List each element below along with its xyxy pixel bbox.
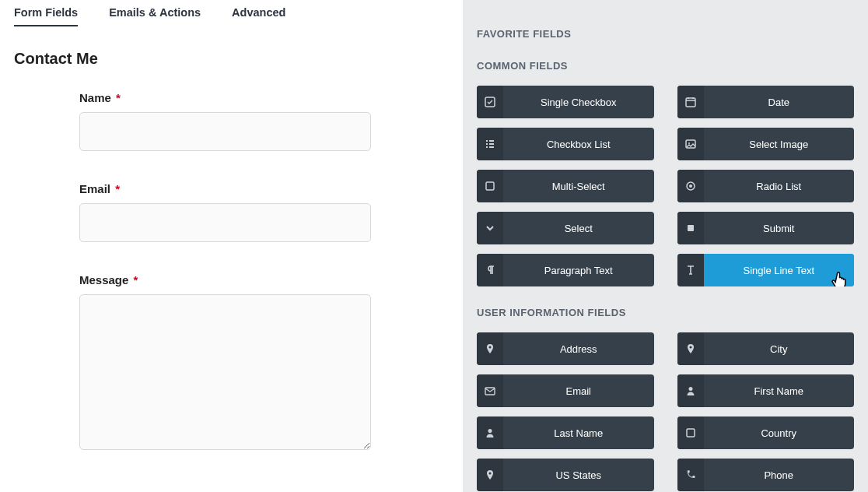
field-label-message: Message * [79, 273, 371, 286]
field-button-address[interactable]: Address [477, 332, 654, 365]
field-button-first-name[interactable]: First Name [677, 374, 855, 407]
field-button-label: Country [704, 416, 855, 449]
checkbox-checked-icon [477, 86, 503, 118]
square-icon [477, 170, 503, 202]
list-icon [477, 128, 503, 160]
field-button-submit[interactable]: Submit [677, 212, 855, 244]
field-row-name[interactable]: Name * [79, 91, 371, 151]
field-button-us-states[interactable]: US States [477, 459, 654, 491]
field-button-single-line-text[interactable]: Single Line Text [677, 254, 855, 286]
field-button-label: Email [503, 374, 654, 407]
field-button-label: US States [503, 459, 654, 491]
envelope-icon [477, 374, 503, 407]
field-button-label: Paragraph Text [503, 254, 654, 286]
form-title[interactable]: Contact Me [14, 50, 449, 68]
common-fields-grid: Single CheckboxDateCheckbox ListSelect I… [477, 86, 854, 286]
message-textarea[interactable] [79, 294, 371, 450]
field-button-date[interactable]: Date [677, 86, 855, 118]
form-editor-pane: Form Fields Emails & Actions Advanced Co… [0, 0, 463, 492]
user-icon [477, 416, 503, 449]
field-button-select[interactable]: Select [477, 212, 654, 244]
field-row-message[interactable]: Message * [79, 273, 371, 452]
user-icon [677, 374, 704, 407]
field-button-select-image[interactable]: Select Image [677, 128, 855, 160]
field-button-label: Address [503, 332, 654, 365]
field-button-radio-list[interactable]: Radio List [677, 170, 855, 202]
field-button-paragraph-text[interactable]: Paragraph Text [477, 254, 654, 286]
label-text: Name [79, 91, 111, 104]
field-button-label: Select Image [704, 128, 855, 160]
field-button-checkbox-list[interactable]: Checkbox List [477, 128, 654, 160]
square-icon [677, 416, 704, 449]
field-button-label: Date [704, 86, 855, 118]
label-text: Message [79, 273, 128, 286]
label-text: Email [79, 182, 110, 195]
field-row-email[interactable]: Email * [79, 182, 371, 242]
text-cursor-icon [677, 254, 704, 286]
form-body: Name * Email * Message * [14, 91, 449, 452]
fields-palette-pane: FAVORITE FIELDS COMMON FIELDS Single Che… [463, 0, 868, 492]
field-button-label: City [704, 332, 855, 365]
tab-emails-actions[interactable]: Emails & Actions [109, 3, 201, 26]
section-common-fields: COMMON FIELDS [477, 60, 854, 72]
field-button-phone[interactable]: Phone [677, 459, 855, 491]
field-button-label: Single Line Text [704, 254, 855, 286]
app-root: Form Fields Emails & Actions Advanced Co… [0, 0, 868, 492]
field-button-country[interactable]: Country [677, 416, 855, 449]
pin-icon [477, 332, 503, 365]
field-button-label: Phone [704, 459, 855, 491]
phone-icon [677, 459, 704, 491]
tab-advanced[interactable]: Advanced [232, 3, 285, 26]
pin-icon [477, 459, 503, 491]
pin-icon [677, 332, 704, 365]
square-filled-icon [677, 212, 704, 244]
image-icon [677, 128, 704, 160]
required-mark: * [116, 91, 121, 104]
field-button-multi-select[interactable]: Multi-Select [477, 170, 654, 202]
field-button-label: Submit [704, 212, 855, 244]
field-button-label: Radio List [704, 170, 855, 202]
field-button-last-name[interactable]: Last Name [477, 416, 654, 449]
field-button-label: Select [503, 212, 654, 244]
field-label-name: Name * [79, 91, 371, 104]
tab-form-fields[interactable]: Form Fields [14, 3, 78, 26]
field-label-email: Email * [79, 182, 371, 195]
field-button-label: Single Checkbox [503, 86, 654, 118]
field-button-label: Checkbox List [503, 128, 654, 160]
email-input[interactable] [79, 203, 371, 242]
field-button-single-checkbox[interactable]: Single Checkbox [477, 86, 654, 118]
paragraph-icon [477, 254, 503, 286]
section-user-info-fields: USER INFORMATION FIELDS [477, 307, 854, 318]
required-mark: * [134, 273, 138, 286]
name-input[interactable] [79, 112, 371, 151]
user-info-fields-grid: AddressCityEmailFirst NameLast NameCount… [477, 332, 854, 491]
field-button-label: Multi-Select [503, 170, 654, 202]
field-button-email[interactable]: Email [477, 374, 654, 407]
required-mark: * [115, 182, 120, 195]
calendar-icon [677, 86, 704, 118]
field-button-label: First Name [704, 374, 855, 407]
chevron-down-icon [477, 212, 503, 244]
editor-tabs: Form Fields Emails & Actions Advanced [14, 0, 449, 31]
radio-icon [677, 170, 704, 202]
section-favorite-fields: FAVORITE FIELDS [477, 28, 854, 40]
field-button-label: Last Name [503, 416, 654, 449]
field-button-city[interactable]: City [677, 332, 855, 365]
